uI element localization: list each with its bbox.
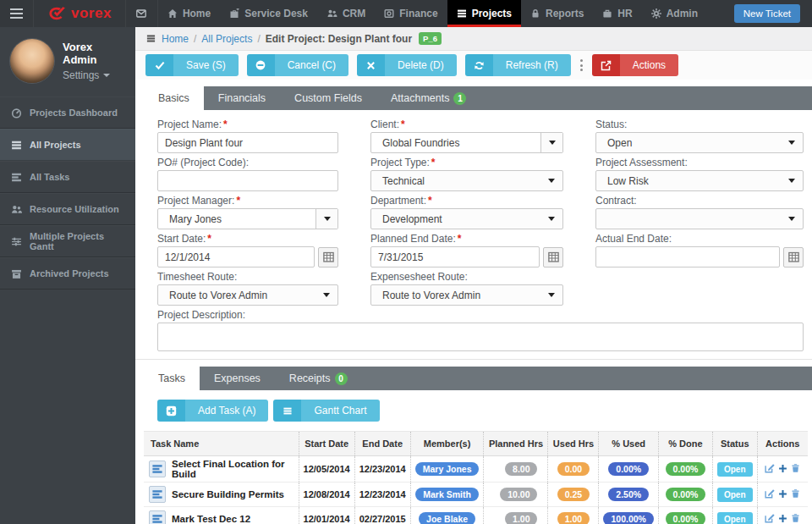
settings-link[interactable]: Settings [63,69,129,81]
sidebar-item-multiple-projects-gantt[interactable]: Multiple Projects Gantt [0,225,135,257]
pct-done-pill: 0.00% [666,462,706,476]
nav-item-service-desk[interactable]: Service Desk [220,0,317,27]
cancel-button[interactable]: Cancel (C) [247,54,348,76]
user-name: Vorex Admin [63,41,129,66]
pct-used-pill: 0.00% [608,462,649,476]
delete-button[interactable]: Delete (D) [357,54,457,76]
table-row: Mark Test Dec 12 12/01/2014 02/27/2015 J… [144,507,808,524]
brand-name: vorex [71,5,112,22]
sidebar-item-resource-utilization[interactable]: Resource Utilization [0,193,135,225]
actual-end-date-input[interactable] [595,246,780,268]
pct-done-pill: 0.00% [666,512,706,524]
status-badge[interactable]: Open [717,462,753,477]
edit-task-icon[interactable] [765,463,775,473]
calendar-icon [788,251,799,262]
member-pill[interactable]: Joe Blake [419,512,475,524]
task-icon [149,510,166,524]
tab-expenses[interactable]: Expenses [200,367,275,390]
sidebar-item-archived-projects[interactable]: Archived Projects [0,257,135,290]
new-ticket-button[interactable]: New Ticket [734,4,800,23]
tab-receipts[interactable]: Receipts 0 [275,367,362,390]
start-date-calendar-button[interactable] [318,247,338,268]
vorex-logo[interactable]: vorex [34,0,126,27]
expensesheet-route-dropdown[interactable]: Route to Vorex Admin [370,284,563,306]
tab-attachments[interactable]: Attachments 1 [376,86,480,110]
member-pill[interactable]: Mark Smith [415,488,479,501]
timesheet-route-label: Timesheet Route: [157,271,237,283]
start-date-input[interactable] [157,246,315,268]
contract-dropdown[interactable] [595,208,804,229]
status-badge[interactable]: Open [717,488,753,502]
dropdown-arrow-icon [548,293,555,297]
tab-basics[interactable]: Basics [144,86,204,110]
sidebar-item-all-tasks[interactable]: All Tasks [0,161,135,193]
messages-envelope-icon[interactable] [126,0,158,27]
tab-label: Receipts [289,372,331,384]
status-badge[interactable]: Open [717,512,753,524]
delete-task-icon[interactable] [791,488,800,499]
task-name: Mark Test Dec 12 [172,514,250,524]
col-start-date: Start Date [299,432,354,456]
breadcrumb-home-link[interactable]: Home [162,33,189,45]
nav-item-crm[interactable]: CRM [317,0,375,27]
section-divider [135,359,812,360]
save-button[interactable]: Save (S) [145,54,239,76]
actual-end-date-calendar-button[interactable] [783,247,804,268]
sidebar-item-label: All Projects [30,140,81,150]
project-name-input[interactable] [157,132,338,153]
tab-financials[interactable]: Financials [204,86,280,110]
add-subtask-icon[interactable] [778,514,787,523]
status-label: Status: [595,119,627,130]
sidebar-item-projects-dashboard[interactable]: Projects Dashboard [0,97,135,129]
add-subtask-icon[interactable] [778,464,787,473]
refresh-button[interactable]: Refresh (R) [465,54,571,76]
gantt-bars-icon [273,400,301,422]
nav-item-projects[interactable]: Projects [447,0,521,27]
col-actions: Actions [757,432,808,456]
planned-end-date-input[interactable] [370,246,540,268]
nav-item-finance[interactable]: Finance [375,0,447,27]
dropdown-arrow-icon [788,141,795,145]
nav-item-reports[interactable]: Reports [521,0,593,27]
breadcrumb-current: Edit Project: Design Plant four [266,33,412,45]
project-manager-dropdown[interactable]: Mary Jones [157,208,338,229]
department-dropdown[interactable]: Development [370,208,563,229]
add-task-button[interactable]: Add Task (A) [157,400,268,422]
gantt-chart-button[interactable]: Gantt Chart [273,400,379,422]
edit-task-icon[interactable] [765,488,775,499]
delete-task-icon[interactable] [791,463,800,473]
vorex-logo-icon [47,6,66,21]
project-type-dropdown[interactable]: Technical [370,170,563,191]
sidebar-item-label: Resource Utilization [30,204,119,214]
tab-tasks[interactable]: Tasks [144,367,200,390]
timesheet-route-dropdown[interactable]: Route to Vorex Admin [157,284,338,306]
project-assessment-value: Low Risk [607,175,649,187]
dropdown-arrow-icon [324,217,331,221]
field-project-type: Project Type:* Technical [370,157,563,191]
planned-end-date-calendar-button[interactable] [543,247,563,268]
task-icon [149,486,166,503]
sidebar-item-all-projects[interactable]: All Projects [0,129,135,161]
tab-custom-fields[interactable]: Custom Fields [280,86,376,110]
delete-task-icon[interactable] [791,513,800,523]
left-sidebar: Vorex Admin Settings Projects Dashboard … [0,27,135,524]
nav-item-admin[interactable]: Admin [642,0,707,27]
edit-task-icon[interactable] [765,513,775,523]
project-description-textarea[interactable] [157,323,804,351]
project-assessment-dropdown[interactable]: Low Risk [595,170,804,191]
actions-button[interactable]: Actions [592,54,678,76]
status-dropdown[interactable]: Open [595,132,804,153]
required-marker: * [428,195,432,207]
required-marker: * [207,233,211,245]
hamburger-menu-icon[interactable] [0,0,34,27]
client-dropdown[interactable]: Global Foundries [370,132,563,153]
col-status: Status [712,432,757,456]
breadcrumb-all-projects-link[interactable]: All Projects [201,33,252,45]
delete-label: Delete (D) [385,54,457,76]
nav-item-home[interactable]: Home [158,0,220,27]
nav-label: Reports [546,8,584,19]
add-subtask-icon[interactable] [778,489,787,499]
po-code-input[interactable] [157,170,338,191]
nav-item-hr[interactable]: HR [593,0,641,27]
member-pill[interactable]: Mary Jones [415,462,480,476]
